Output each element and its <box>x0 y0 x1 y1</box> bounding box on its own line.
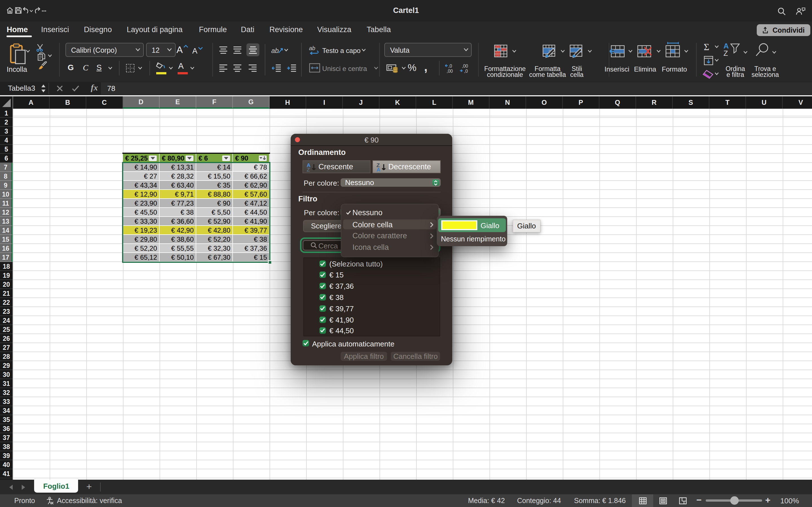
svg-text:ab: ab <box>309 45 315 51</box>
svg-text:ab: ab <box>271 47 279 54</box>
svg-text:,0: ,0 <box>448 64 452 68</box>
svg-text:,00: ,00 <box>462 64 468 68</box>
svg-text:,0: ,0 <box>464 69 468 73</box>
svg-text:,00: ,00 <box>447 69 453 73</box>
